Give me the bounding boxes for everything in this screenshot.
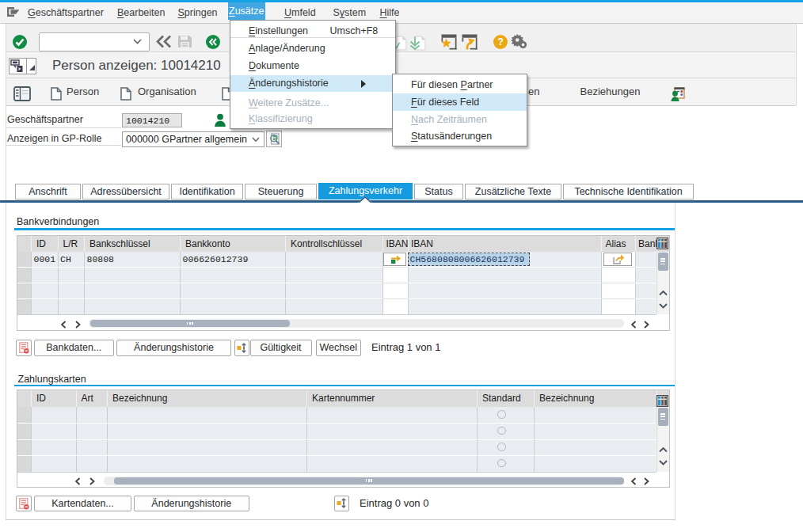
svg-text:?: ? (497, 36, 504, 48)
